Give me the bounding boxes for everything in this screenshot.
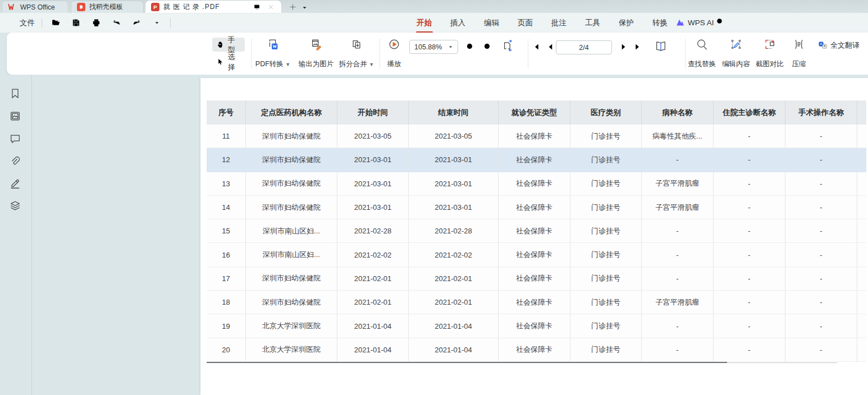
menu-search-icon[interactable] <box>715 17 725 28</box>
table-cell: - <box>785 196 857 219</box>
table-cell: 深圳市南山区妇... <box>246 243 337 266</box>
table-cell: 15 <box>207 219 246 242</box>
menu-page[interactable]: 页面 <box>517 13 533 33</box>
table-cell: 14 <box>207 196 246 219</box>
table-cell: - <box>714 125 785 148</box>
quick-access-chevron-icon[interactable] <box>150 16 163 30</box>
docer-icon <box>77 3 85 11</box>
play-label: 播放 <box>387 59 401 69</box>
layers-icon[interactable] <box>9 200 21 212</box>
save-icon[interactable] <box>69 16 83 30</box>
table-cell: 11 <box>207 125 246 148</box>
zoom-level-value: 105.88% <box>414 43 442 51</box>
table-cell: 北京大学深圳医院 <box>246 338 337 361</box>
divider <box>42 19 42 27</box>
screenshot-compare-button[interactable]: 截图对比 <box>752 36 787 71</box>
compress-icon <box>793 38 805 50</box>
table-cell: 18 <box>207 291 246 314</box>
table-cell: 社会保障卡 <box>499 172 570 195</box>
table-cell: 门诊挂号 <box>570 172 642 195</box>
read-mode-icon[interactable] <box>652 38 669 55</box>
comment-icon[interactable] <box>9 132 21 145</box>
table-cell <box>857 267 866 290</box>
menu-home[interactable]: 开始 <box>416 13 432 33</box>
open-file-icon[interactable] <box>49 16 62 30</box>
play-button[interactable]: 播放 <box>381 36 408 71</box>
next-page-icon[interactable] <box>616 40 631 54</box>
menu-convert[interactable]: 转换 <box>652 13 668 33</box>
wps-ai-button[interactable]: WPS AI <box>675 13 714 33</box>
table-row: 16深圳市南山区妇...2021-02-022021-02-02社会保障卡门诊挂… <box>207 243 866 267</box>
table-cell <box>857 172 866 195</box>
bookmark-icon[interactable] <box>9 88 21 100</box>
menu-protect[interactable]: 保护 <box>618 13 634 33</box>
present-to-screen-icon[interactable] <box>252 2 262 12</box>
table-cell: - <box>785 148 857 171</box>
select-tool-button[interactable]: 选择 <box>212 55 245 69</box>
table-cell: - <box>642 219 714 242</box>
zoom-in-icon[interactable] <box>481 40 495 54</box>
table-cell: 门诊挂号 <box>570 243 642 266</box>
hand-tool-button[interactable]: 手型 <box>212 38 245 52</box>
table-cell: - <box>714 338 785 361</box>
redo-icon[interactable] <box>130 16 143 30</box>
sidebar-divider <box>31 75 32 395</box>
page-number-input[interactable]: 2/4 <box>556 40 612 54</box>
undo-icon[interactable] <box>109 16 123 30</box>
close-tab-icon[interactable] <box>266 2 276 12</box>
table-cell: 深圳市妇幼保健院 <box>246 196 337 219</box>
menu-bar: 文件 开始 插入 编辑 <box>0 13 868 33</box>
find-replace-button[interactable]: 查找替换 <box>684 36 719 71</box>
table-cell: - <box>714 148 785 171</box>
last-page-icon[interactable] <box>631 40 645 54</box>
table-cell <box>857 148 866 171</box>
table-cell: 深圳市南山区妇... <box>246 219 337 242</box>
full-translate-button[interactable]: 全文翻译 <box>814 38 864 52</box>
cursor-icon <box>216 57 225 67</box>
thumbnails-icon[interactable] <box>9 110 21 122</box>
pdf-file-icon: P <box>151 3 159 11</box>
split-merge-button[interactable]: 拆分合并 ▼ <box>337 36 376 71</box>
menu-tools[interactable]: 工具 <box>584 13 601 33</box>
tab-wps-office[interactable]: WPS Office <box>2 1 68 13</box>
tab-label: 找稻壳模板 <box>89 2 123 12</box>
zoom-level-dropdown[interactable]: 105.88% ▼ <box>409 40 458 54</box>
table-cell: 社会保障卡 <box>499 291 570 314</box>
tab-docer-templates[interactable]: 找稻壳模板 <box>71 1 144 13</box>
menu-annotate[interactable]: 批注 <box>551 13 567 33</box>
first-page-icon[interactable] <box>529 40 543 54</box>
table-cell: 2021-02-28 <box>409 219 499 242</box>
table-cell: - <box>642 148 714 171</box>
table-cell: 深圳市妇幼保健院 <box>246 291 337 314</box>
table-cell: - <box>642 267 714 290</box>
hand-icon <box>216 40 225 49</box>
rotate-document-icon[interactable] <box>501 38 515 52</box>
signature-icon[interactable] <box>9 177 21 190</box>
table-cell: 门诊挂号 <box>570 219 642 242</box>
file-menu-button[interactable]: 文件 <box>7 18 35 28</box>
table-cell: 2021-03-01 <box>409 148 499 171</box>
pdf-convert-button[interactable]: PDF转换 ▼ <box>253 36 293 71</box>
compress-button[interactable]: 压缩 <box>786 36 812 71</box>
table-cell: 2021-03-01 <box>409 172 499 195</box>
print-icon[interactable] <box>89 16 103 30</box>
table-row: 14深圳市妇幼保健院2021-03-012021-03-01社会保障卡门诊挂号子… <box>207 196 866 219</box>
table-cell: 2021-02-01 <box>409 291 499 314</box>
menu-edit[interactable]: 编辑 <box>483 13 500 33</box>
new-tab-icon[interactable] <box>287 2 298 12</box>
table-cell: 社会保障卡 <box>499 338 570 361</box>
tab-document-pdf[interactable]: P 就 医 记 录 .PDF <box>145 1 281 13</box>
attachment-icon[interactable] <box>9 155 21 167</box>
export-image-button[interactable]: 输出为图片 <box>294 36 338 71</box>
table-cell: 2021-03-05 <box>409 125 499 148</box>
edit-content-button[interactable]: 编辑内容 <box>719 36 753 71</box>
menu-items: 开始 插入 编辑 页面 批注 工具 保护 转换 <box>416 13 668 33</box>
find-replace-label: 查找替换 <box>688 59 716 69</box>
table-row: 15深圳市南山区妇...2021-02-282021-02-28社会保障卡门诊挂… <box>207 219 866 243</box>
zoom-out-icon[interactable] <box>463 40 477 54</box>
table-cell: - <box>642 314 714 337</box>
tab-list-chevron-icon[interactable] <box>299 2 309 12</box>
table-cell: - <box>714 243 785 266</box>
menu-insert[interactable]: 插入 <box>450 13 466 33</box>
table-cell: 19 <box>207 314 246 337</box>
